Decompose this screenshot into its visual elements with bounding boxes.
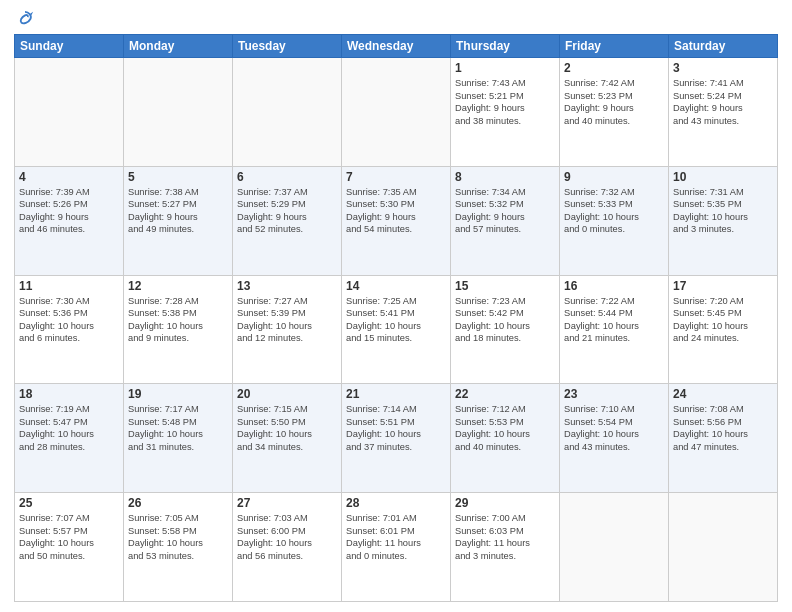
day-number: 9: [564, 170, 664, 184]
weekday-header: Wednesday: [342, 35, 451, 58]
calendar-header-row: SundayMondayTuesdayWednesdayThursdayFrid…: [15, 35, 778, 58]
day-info: Sunrise: 7:41 AM Sunset: 5:24 PM Dayligh…: [673, 77, 773, 127]
day-number: 14: [346, 279, 446, 293]
calendar-cell: 1Sunrise: 7:43 AM Sunset: 5:21 PM Daylig…: [451, 58, 560, 167]
calendar-cell: 16Sunrise: 7:22 AM Sunset: 5:44 PM Dayli…: [560, 275, 669, 384]
calendar-cell: 4Sunrise: 7:39 AM Sunset: 5:26 PM Daylig…: [15, 166, 124, 275]
day-number: 17: [673, 279, 773, 293]
day-info: Sunrise: 7:32 AM Sunset: 5:33 PM Dayligh…: [564, 186, 664, 236]
calendar-cell: 26Sunrise: 7:05 AM Sunset: 5:58 PM Dayli…: [124, 493, 233, 602]
calendar-cell: 22Sunrise: 7:12 AM Sunset: 5:53 PM Dayli…: [451, 384, 560, 493]
day-number: 19: [128, 387, 228, 401]
day-info: Sunrise: 7:38 AM Sunset: 5:27 PM Dayligh…: [128, 186, 228, 236]
calendar-cell: [342, 58, 451, 167]
calendar-cell: 11Sunrise: 7:30 AM Sunset: 5:36 PM Dayli…: [15, 275, 124, 384]
calendar-cell: 3Sunrise: 7:41 AM Sunset: 5:24 PM Daylig…: [669, 58, 778, 167]
calendar-cell: 8Sunrise: 7:34 AM Sunset: 5:32 PM Daylig…: [451, 166, 560, 275]
calendar-cell: 13Sunrise: 7:27 AM Sunset: 5:39 PM Dayli…: [233, 275, 342, 384]
weekday-header: Thursday: [451, 35, 560, 58]
day-info: Sunrise: 7:43 AM Sunset: 5:21 PM Dayligh…: [455, 77, 555, 127]
calendar-cell: 28Sunrise: 7:01 AM Sunset: 6:01 PM Dayli…: [342, 493, 451, 602]
day-number: 8: [455, 170, 555, 184]
day-info: Sunrise: 7:05 AM Sunset: 5:58 PM Dayligh…: [128, 512, 228, 562]
calendar-cell: [560, 493, 669, 602]
calendar-cell: 7Sunrise: 7:35 AM Sunset: 5:30 PM Daylig…: [342, 166, 451, 275]
day-number: 16: [564, 279, 664, 293]
logo-bird-icon: [16, 10, 34, 28]
day-number: 7: [346, 170, 446, 184]
day-number: 11: [19, 279, 119, 293]
day-number: 25: [19, 496, 119, 510]
day-number: 6: [237, 170, 337, 184]
day-number: 2: [564, 61, 664, 75]
day-number: 18: [19, 387, 119, 401]
calendar-cell: 18Sunrise: 7:19 AM Sunset: 5:47 PM Dayli…: [15, 384, 124, 493]
calendar-cell: 23Sunrise: 7:10 AM Sunset: 5:54 PM Dayli…: [560, 384, 669, 493]
day-number: 27: [237, 496, 337, 510]
day-info: Sunrise: 7:39 AM Sunset: 5:26 PM Dayligh…: [19, 186, 119, 236]
calendar-cell: 10Sunrise: 7:31 AM Sunset: 5:35 PM Dayli…: [669, 166, 778, 275]
day-info: Sunrise: 7:22 AM Sunset: 5:44 PM Dayligh…: [564, 295, 664, 345]
day-info: Sunrise: 7:12 AM Sunset: 5:53 PM Dayligh…: [455, 403, 555, 453]
calendar-cell: 27Sunrise: 7:03 AM Sunset: 6:00 PM Dayli…: [233, 493, 342, 602]
day-info: Sunrise: 7:31 AM Sunset: 5:35 PM Dayligh…: [673, 186, 773, 236]
calendar-cell: 21Sunrise: 7:14 AM Sunset: 5:51 PM Dayli…: [342, 384, 451, 493]
calendar-cell: 24Sunrise: 7:08 AM Sunset: 5:56 PM Dayli…: [669, 384, 778, 493]
calendar-cell: 19Sunrise: 7:17 AM Sunset: 5:48 PM Dayli…: [124, 384, 233, 493]
calendar-table: SundayMondayTuesdayWednesdayThursdayFrid…: [14, 34, 778, 602]
day-number: 21: [346, 387, 446, 401]
day-info: Sunrise: 7:19 AM Sunset: 5:47 PM Dayligh…: [19, 403, 119, 453]
day-number: 1: [455, 61, 555, 75]
day-info: Sunrise: 7:42 AM Sunset: 5:23 PM Dayligh…: [564, 77, 664, 127]
day-number: 13: [237, 279, 337, 293]
day-info: Sunrise: 7:10 AM Sunset: 5:54 PM Dayligh…: [564, 403, 664, 453]
calendar-cell: [124, 58, 233, 167]
weekday-header: Monday: [124, 35, 233, 58]
calendar-cell: [669, 493, 778, 602]
day-info: Sunrise: 7:37 AM Sunset: 5:29 PM Dayligh…: [237, 186, 337, 236]
weekday-header: Sunday: [15, 35, 124, 58]
logo: [14, 10, 34, 28]
day-info: Sunrise: 7:25 AM Sunset: 5:41 PM Dayligh…: [346, 295, 446, 345]
day-number: 23: [564, 387, 664, 401]
day-info: Sunrise: 7:20 AM Sunset: 5:45 PM Dayligh…: [673, 295, 773, 345]
calendar-cell: 25Sunrise: 7:07 AM Sunset: 5:57 PM Dayli…: [15, 493, 124, 602]
calendar-cell: 15Sunrise: 7:23 AM Sunset: 5:42 PM Dayli…: [451, 275, 560, 384]
day-info: Sunrise: 7:23 AM Sunset: 5:42 PM Dayligh…: [455, 295, 555, 345]
calendar-cell: 29Sunrise: 7:00 AM Sunset: 6:03 PM Dayli…: [451, 493, 560, 602]
day-info: Sunrise: 7:15 AM Sunset: 5:50 PM Dayligh…: [237, 403, 337, 453]
day-number: 12: [128, 279, 228, 293]
day-info: Sunrise: 7:17 AM Sunset: 5:48 PM Dayligh…: [128, 403, 228, 453]
day-info: Sunrise: 7:07 AM Sunset: 5:57 PM Dayligh…: [19, 512, 119, 562]
day-info: Sunrise: 7:27 AM Sunset: 5:39 PM Dayligh…: [237, 295, 337, 345]
day-info: Sunrise: 7:00 AM Sunset: 6:03 PM Dayligh…: [455, 512, 555, 562]
page: SundayMondayTuesdayWednesdayThursdayFrid…: [0, 0, 792, 612]
weekday-header: Saturday: [669, 35, 778, 58]
weekday-header: Friday: [560, 35, 669, 58]
calendar-cell: 14Sunrise: 7:25 AM Sunset: 5:41 PM Dayli…: [342, 275, 451, 384]
day-info: Sunrise: 7:34 AM Sunset: 5:32 PM Dayligh…: [455, 186, 555, 236]
day-number: 3: [673, 61, 773, 75]
calendar-cell: 17Sunrise: 7:20 AM Sunset: 5:45 PM Dayli…: [669, 275, 778, 384]
calendar-cell: 12Sunrise: 7:28 AM Sunset: 5:38 PM Dayli…: [124, 275, 233, 384]
calendar-cell: 2Sunrise: 7:42 AM Sunset: 5:23 PM Daylig…: [560, 58, 669, 167]
day-number: 4: [19, 170, 119, 184]
calendar-week-row: 4Sunrise: 7:39 AM Sunset: 5:26 PM Daylig…: [15, 166, 778, 275]
day-number: 5: [128, 170, 228, 184]
day-number: 26: [128, 496, 228, 510]
weekday-header: Tuesday: [233, 35, 342, 58]
calendar-week-row: 11Sunrise: 7:30 AM Sunset: 5:36 PM Dayli…: [15, 275, 778, 384]
calendar-cell: 9Sunrise: 7:32 AM Sunset: 5:33 PM Daylig…: [560, 166, 669, 275]
header: [14, 10, 778, 28]
day-info: Sunrise: 7:30 AM Sunset: 5:36 PM Dayligh…: [19, 295, 119, 345]
day-number: 29: [455, 496, 555, 510]
calendar-cell: 20Sunrise: 7:15 AM Sunset: 5:50 PM Dayli…: [233, 384, 342, 493]
day-info: Sunrise: 7:14 AM Sunset: 5:51 PM Dayligh…: [346, 403, 446, 453]
day-number: 20: [237, 387, 337, 401]
day-info: Sunrise: 7:01 AM Sunset: 6:01 PM Dayligh…: [346, 512, 446, 562]
calendar-week-row: 18Sunrise: 7:19 AM Sunset: 5:47 PM Dayli…: [15, 384, 778, 493]
calendar-cell: 6Sunrise: 7:37 AM Sunset: 5:29 PM Daylig…: [233, 166, 342, 275]
calendar-cell: [15, 58, 124, 167]
day-number: 22: [455, 387, 555, 401]
day-number: 24: [673, 387, 773, 401]
